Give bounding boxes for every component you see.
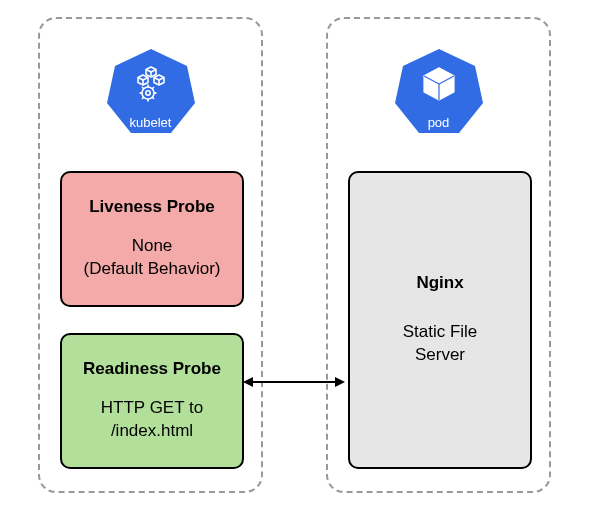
svg-marker-22 [243,377,253,387]
pod-badge: pod [393,47,485,141]
liveness-probe-title: Liveness Probe [89,197,215,217]
svg-point-8 [145,91,149,95]
bidirectional-arrow-icon [243,376,345,388]
pod-panel: pod Nginx Static File Server [326,17,551,493]
liveness-probe-box: Liveness Probe None (Default Behavior) [60,171,244,307]
readiness-probe-body: HTTP GET to /index.html [101,397,203,443]
kubelet-panel: kubelet Liveness Probe None (Default Beh… [38,17,263,493]
readiness-probe-title: Readiness Probe [83,359,221,379]
nginx-box: Nginx Static File Server [348,171,532,469]
pod-badge-label: pod [393,115,485,130]
liveness-probe-body: None (Default Behavior) [83,235,220,281]
nginx-title: Nginx [416,273,463,293]
readiness-probe-box: Readiness Probe HTTP GET to /index.html [60,333,244,469]
kubelet-badge: kubelet [105,47,197,141]
svg-marker-23 [335,377,345,387]
kubelet-badge-label: kubelet [105,115,197,130]
diagram-canvas: kubelet Liveness Probe None (Default Beh… [0,0,600,511]
nginx-body: Static File Server [403,321,478,367]
